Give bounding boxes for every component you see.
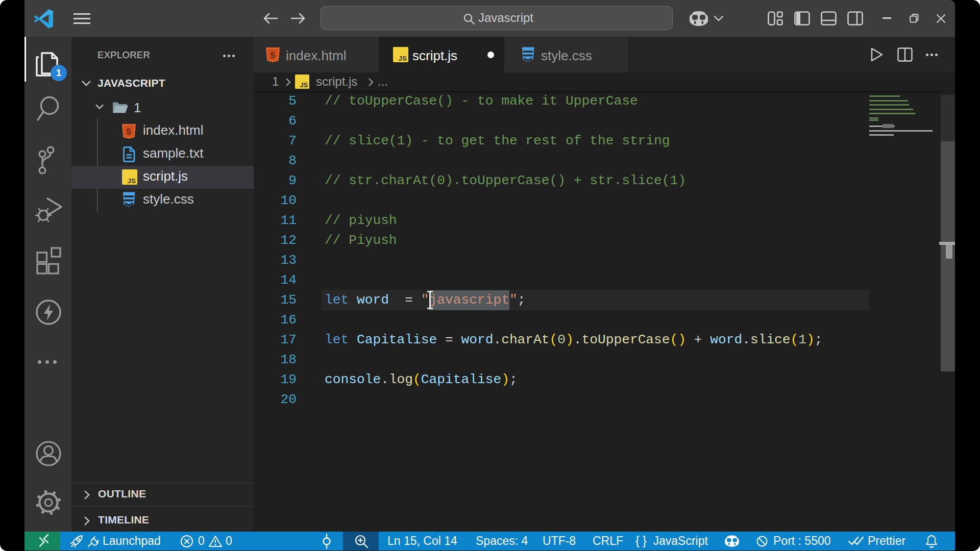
svg-text:JS: JS (398, 55, 407, 62)
svg-text:5: 5 (271, 51, 275, 60)
svg-text:JS: JS (300, 82, 308, 89)
svg-text:JS: JS (127, 177, 136, 185)
svg-text:5: 5 (127, 128, 131, 136)
